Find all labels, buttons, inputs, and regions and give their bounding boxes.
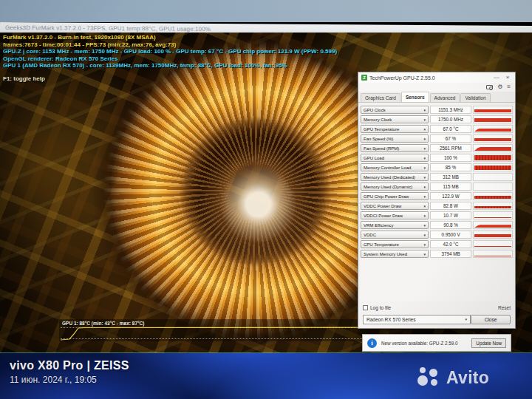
sensor-value: 115 MB bbox=[430, 183, 471, 191]
chevron-down-icon: ▾ bbox=[423, 204, 426, 208]
sensor-label: CPU Temperature bbox=[364, 242, 399, 247]
close-window-button[interactable]: × bbox=[503, 73, 512, 82]
osd-line: GPU-Z | core: 1153 MHz - mem: 1750 MHz -… bbox=[3, 48, 337, 55]
sensor-history-graph bbox=[473, 163, 513, 171]
sensor-bar bbox=[474, 234, 511, 238]
sensor-value: 122.9 W bbox=[430, 192, 471, 200]
sensor-bar bbox=[474, 138, 511, 142]
sensor-label-button[interactable]: GPU Load ▾ bbox=[361, 154, 429, 162]
sensor-label: Fan Speed (RPM) bbox=[364, 146, 399, 151]
screenshot-icon[interactable] bbox=[486, 85, 493, 89]
sensor-row: Memory Used (Dynamic) ▾ 115 MB bbox=[361, 182, 513, 191]
chevron-down-icon: ▾ bbox=[423, 233, 426, 237]
sensor-label-button[interactable]: GPU Chip Power Draw ▾ bbox=[361, 192, 429, 200]
sensor-label-button[interactable]: Memory Used (Dedicated) ▾ bbox=[361, 173, 429, 181]
sensor-label-button[interactable]: VDDC ▾ bbox=[361, 231, 429, 239]
osd-line: OpenGL renderer: Radeon RX 570 Series bbox=[3, 55, 337, 63]
reset-button[interactable]: Reset bbox=[498, 305, 511, 310]
sensor-value: 100 % bbox=[430, 154, 471, 162]
chevron-down-icon: ▾ bbox=[423, 166, 426, 170]
close-button[interactable]: Close bbox=[471, 315, 511, 324]
gpuz-tab-bar: Graphics Card Sensors Advanced Validatio… bbox=[358, 92, 515, 103]
sensor-label: Fan Speed (%) bbox=[364, 137, 393, 141]
tab-validation[interactable]: Validation bbox=[460, 93, 490, 102]
sensor-history-graph bbox=[473, 125, 513, 133]
sensor-label-button[interactable]: GPU Temperature ▾ bbox=[361, 125, 429, 133]
gpuz-titlebar[interactable]: Z TechPowerUp GPU-Z 2.55.0 — × bbox=[358, 72, 515, 83]
sensor-bar bbox=[474, 256, 511, 256]
sensor-history-graph bbox=[473, 211, 513, 219]
sensor-history-graph bbox=[473, 250, 513, 258]
tab-advanced[interactable]: Advanced bbox=[430, 93, 460, 102]
sensor-label-button[interactable]: Memory Used (Dynamic) ▾ bbox=[361, 183, 429, 191]
sensor-bar bbox=[474, 155, 511, 160]
chevron-down-icon: ▾ bbox=[423, 252, 426, 256]
chevron-down-icon: ▾ bbox=[423, 185, 426, 189]
sensor-label-button[interactable]: Memory Clock ▾ bbox=[361, 115, 429, 123]
sensor-row: VDDCI Power Draw ▾ 10.7 W bbox=[361, 211, 513, 220]
tab-sensors[interactable]: Sensors bbox=[401, 92, 429, 102]
sensor-label-button[interactable]: VDDCI Power Draw ▾ bbox=[361, 211, 429, 219]
sensor-label-button[interactable]: VDDC Power Draw ▾ bbox=[361, 202, 429, 210]
log-to-file-checkbox[interactable]: Log to file bbox=[363, 305, 391, 310]
gpuz-window: Z TechPowerUp GPU-Z 2.55.0 — × ⚙ ≡ Graph… bbox=[358, 72, 516, 329]
sensor-label-button[interactable]: Fan Speed (%) ▾ bbox=[361, 134, 429, 143]
update-notification-bar: i New version available: GPU-Z 2.59.0 Up… bbox=[362, 334, 511, 352]
settings-gear-icon[interactable]: ⚙ bbox=[497, 84, 502, 90]
gpu-select-dropdown[interactable]: Radeon RX 570 Series ▾ bbox=[363, 315, 471, 324]
photo-top-band bbox=[0, 0, 532, 22]
sensor-value: 2561 RPM bbox=[430, 144, 471, 152]
sensor-row: Memory Used (Dedicated) ▾ 312 MB bbox=[361, 172, 513, 182]
chevron-down-icon: ▾ bbox=[423, 175, 426, 180]
menu-icon[interactable]: ≡ bbox=[507, 84, 511, 90]
sensor-label: GPU Load bbox=[364, 156, 384, 160]
sensor-row: VRM Efficiency ▾ 90.8 % bbox=[361, 220, 513, 230]
sensor-value: 82.8 W bbox=[430, 202, 471, 210]
info-icon: i bbox=[367, 338, 377, 348]
sensor-row: Fan Speed (RPM) ▾ 2561 RPM bbox=[361, 143, 513, 153]
chevron-down-icon: ▾ bbox=[423, 117, 426, 122]
sensor-label-button[interactable]: GPU Clock ▾ bbox=[361, 106, 429, 114]
sensor-value: 90.8 % bbox=[430, 221, 471, 229]
sensor-label-button[interactable]: System Memory Used ▾ bbox=[361, 250, 429, 258]
sensor-history-graph bbox=[473, 192, 513, 200]
sensor-label: System Memory Used bbox=[364, 252, 407, 256]
sensor-history-graph bbox=[473, 134, 513, 143]
sensor-label-button[interactable]: Memory Controller Load ▾ bbox=[361, 163, 429, 171]
checkbox-box[interactable] bbox=[363, 305, 368, 310]
chevron-down-icon: ▾ bbox=[423, 137, 426, 141]
sensor-label: Memory Clock bbox=[364, 117, 392, 122]
minimize-button[interactable]: — bbox=[492, 73, 501, 82]
sensor-bar bbox=[474, 129, 511, 132]
sensor-history-graph bbox=[473, 154, 513, 162]
sensor-label-button[interactable]: Fan Speed (RPM) ▾ bbox=[361, 144, 429, 152]
sensor-label: Memory Controller Load bbox=[364, 166, 411, 170]
sensor-history-graph bbox=[473, 202, 513, 210]
chevron-down-icon: ▾ bbox=[423, 108, 426, 112]
sensor-value: 1151.3 MHz bbox=[430, 106, 471, 114]
sensor-row: Memory Clock ▾ 1750.0 MHz bbox=[361, 115, 513, 124]
tab-graphics-card[interactable]: Graphics Card bbox=[361, 93, 400, 102]
sensor-bar bbox=[474, 225, 511, 228]
sensor-bar bbox=[474, 246, 511, 247]
sensor-label-button[interactable]: VRM Efficiency ▾ bbox=[361, 221, 429, 229]
sensor-value: 10.7 W bbox=[430, 211, 471, 219]
sensor-bar bbox=[474, 147, 511, 151]
sensor-history-graph bbox=[473, 144, 513, 152]
sensor-row: GPU Temperature ▾ 67.0 °C bbox=[361, 124, 513, 134]
sensor-history-graph bbox=[473, 231, 513, 239]
camera-watermark-device: vivo X80 Pro | ZEISS bbox=[10, 359, 129, 372]
sensor-label: VRM Efficiency bbox=[364, 223, 394, 228]
sensor-label-button[interactable]: CPU Temperature ▾ bbox=[361, 240, 429, 248]
sensor-table: GPU Clock ▾ 1151.3 MHz Memory Clock ▾ 17… bbox=[358, 103, 515, 259]
sensor-history-graph bbox=[473, 240, 513, 248]
sensor-bar bbox=[474, 118, 511, 122]
osd-line: FurMark v1.37.2.0 - Burn-in test, 1920x1… bbox=[3, 34, 337, 41]
sensor-bar bbox=[474, 206, 511, 208]
sensor-label: Memory Used (Dynamic) bbox=[364, 185, 412, 189]
update-now-button[interactable]: Update Now bbox=[471, 338, 506, 348]
chevron-down-icon: ▾ bbox=[423, 156, 426, 160]
sensor-bar bbox=[474, 109, 511, 113]
avito-watermark: Avito bbox=[417, 366, 489, 389]
sensor-value: 85 % bbox=[430, 163, 471, 171]
